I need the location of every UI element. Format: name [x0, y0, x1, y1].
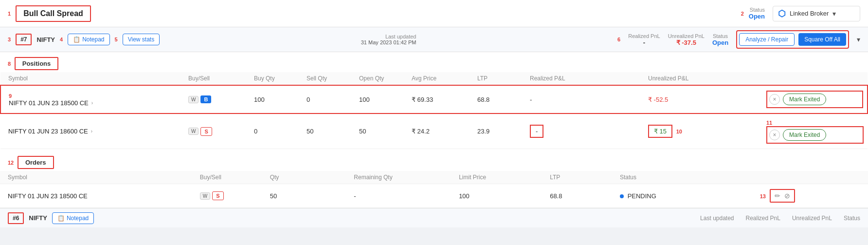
position-row1-upnl-cell: ₹ -52.5 — [644, 85, 762, 113]
broker-icon: ⬡ — [778, 8, 786, 19]
sub-header-right: 6 Realized PnL - Unrealized PnL ₹ -37.5 … — [617, 30, 860, 49]
table-row: NIFTY 01 JUN 23 18600 CE › W S 0 50 50 ₹… — [0, 113, 868, 149]
w-badge-2: W — [188, 128, 199, 135]
status-label: Status — [750, 7, 765, 13]
order-row1-remqty-cell: - — [350, 184, 455, 208]
bottom-notepad-button[interactable]: 📋 Notepad — [52, 212, 94, 224]
bottom-unrealizedpnl-label: Unrealized PnL — [792, 215, 832, 222]
position-row1-buyqty-cell: 100 — [250, 85, 303, 113]
order-status-text-1: PENDING — [628, 192, 656, 200]
position-row2-upnl-cell: ₹ 15 10 — [644, 113, 762, 149]
bottom-left: #6 NIFTY 📋 Notepad — [8, 212, 94, 224]
order-action-icons-1: ✏ ⊘ — [770, 189, 795, 203]
symbol-text-2: NIFTY 01 JUN 23 18600 CE — [8, 128, 88, 135]
col-ltp-header: LTP — [473, 72, 526, 85]
position-row1-buysell-cell: W B — [184, 85, 250, 113]
col-openqty-header: Open Qty — [355, 72, 408, 85]
status-value: Open — [749, 13, 765, 20]
label-9: 9 — [9, 93, 12, 99]
position-row2-rpnl-cell: - — [526, 113, 644, 149]
notepad-icon: 📋 — [73, 36, 80, 43]
col-o-status-header: Status — [616, 171, 756, 184]
mark-exited-button-1[interactable]: Mark Exited — [783, 94, 826, 105]
col-o-qty-header: Qty — [266, 171, 350, 184]
label-10: 10 — [676, 129, 682, 134]
position-row2-openqty-cell: 50 — [355, 113, 408, 149]
label-11: 11 — [766, 120, 772, 126]
sub-status-value: Open — [712, 39, 728, 46]
header-row: 1 Bull Call Spread 2 Status Open ⬡ Linke… — [0, 0, 868, 27]
analyze-repair-button[interactable]: Analyze / Repair — [739, 33, 795, 46]
order-symbol-text-1: NIFTY 01 JUN 23 18500 CE — [8, 192, 88, 200]
order-row1-actions-cell: 13 ✏ ⊘ — [756, 184, 868, 208]
label-2: 2 — [741, 11, 744, 17]
symbol-chevron-icon-1[interactable]: › — [91, 100, 93, 106]
mark-exited-button-2[interactable]: Mark Exited — [783, 129, 826, 141]
position-row1-avgprice-cell: ₹ 69.33 — [408, 85, 473, 113]
bottom-status-label: Status — [844, 215, 860, 222]
table-row: NIFTY 01 JUN 23 18500 CE W S 50 - 100 68… — [0, 184, 868, 208]
rpnl-box-2: - — [530, 125, 543, 138]
order-w-badge-1: W — [200, 192, 210, 200]
viewstats-label: View stats — [128, 36, 154, 43]
unrealized-pnl-2: ₹ 15 — [654, 128, 667, 135]
main-container: 1 Bull Call Spread 2 Status Open ⬡ Linke… — [0, 0, 868, 227]
subheader-chevron-button[interactable]: ▾ — [857, 36, 860, 43]
col-sellqty-header: Sell Qty — [303, 72, 355, 85]
mark-exited-box-2: × Mark Exited — [766, 126, 864, 144]
cancel-order-button-1[interactable]: ⊘ — [784, 192, 790, 200]
realized-pnl-block: Realized PnL - — [628, 33, 660, 46]
symbol-chevron-icon-2[interactable]: › — [91, 129, 92, 134]
w-badge-1: W — [188, 96, 199, 103]
bottom-right: Last updated Realized PnL Unrealized PnL… — [700, 215, 860, 222]
unrealized-pnl-value: ₹ -37.5 — [676, 39, 696, 46]
positions-section-header: 8 Positions — [0, 52, 868, 72]
action-buttons-group: Analyze / Repair Square Off All — [736, 30, 849, 49]
position-row2-buyqty-cell: 0 — [250, 113, 303, 149]
edit-order-button-1[interactable]: ✏ — [775, 192, 780, 200]
position-row1-actions-cell: × Mark Exited — [762, 85, 868, 113]
sub-header-left: 3 #7 NIFTY 4 📋 Notepad 5 View stats — [8, 34, 160, 45]
symbol-text-1: NIFTY 01 JUN 23 18500 CE — [9, 99, 89, 107]
order-symbol-cell-1: NIFTY 01 JUN 23 18500 CE — [8, 192, 192, 200]
viewstats-button[interactable]: View stats — [123, 34, 160, 45]
position-row2-sellqty-cell: 50 — [303, 113, 355, 149]
unrealized-pnl-label: Unrealized PnL — [668, 33, 705, 39]
col-o-remqty-header: Remaining Qty — [350, 171, 455, 184]
realized-pnl-value: - — [643, 39, 645, 46]
bottom-row: #6 NIFTY 📋 Notepad Last updated Realized… — [0, 208, 868, 227]
position-row1-ltp-cell: 68.8 — [473, 85, 526, 113]
position-row2-actions-cell: 11 × Mark Exited — [762, 113, 868, 149]
positions-header-row: Symbol Buy/Sell Buy Qty Sell Qty Open Qt… — [0, 72, 868, 85]
bottom-lastupdated-label: Last updated — [700, 215, 734, 222]
label-4: 4 — [60, 37, 63, 42]
last-updated-value: 31 May 2023 01:42 PM — [361, 39, 416, 45]
col-o-ltp-header: LTP — [546, 171, 616, 184]
col-symbol-header: Symbol — [0, 72, 184, 85]
unrealized-pnl-1: ₹ -52.5 — [648, 96, 668, 103]
sub-header-center: Last updated 31 May 2023 01:42 PM — [361, 34, 416, 45]
col-o-limitprice-header: Limit Price — [455, 171, 546, 184]
label-5: 5 — [115, 37, 118, 42]
upnl-box-2: ₹ 15 — [648, 125, 672, 138]
broker-chevron-button[interactable]: ▾ — [832, 10, 836, 18]
tag-num: #7 — [16, 34, 32, 45]
label-6: 6 — [617, 37, 620, 42]
position-row2-buysell-cell: W S — [184, 113, 250, 149]
close-button-1[interactable]: × — [769, 94, 780, 105]
label-12: 12 — [8, 160, 14, 166]
col-buysell-header: Buy/Sell — [184, 72, 250, 85]
bottom-tag-num: #6 — [8, 212, 24, 224]
order-row1-ltp-cell: 68.8 — [546, 184, 616, 208]
symbol-cell-2: NIFTY 01 JUN 23 18600 CE › — [8, 128, 181, 135]
sub-status-label: Status — [713, 33, 728, 39]
order-row1-buysell-cell: W S — [196, 184, 266, 208]
bottom-realizedpnl-label: Realized PnL — [746, 215, 780, 222]
b-badge-1: B — [200, 95, 211, 103]
status-container: Status Open — [749, 7, 765, 20]
square-off-all-button[interactable]: Square Off All — [798, 33, 846, 46]
order-row1-limitprice-cell: 100 — [455, 184, 546, 208]
notepad-button[interactable]: 📋 Notepad — [68, 34, 109, 45]
close-button-2[interactable]: × — [769, 130, 780, 140]
order-row1-symbol-cell: NIFTY 01 JUN 23 18500 CE — [0, 184, 196, 208]
